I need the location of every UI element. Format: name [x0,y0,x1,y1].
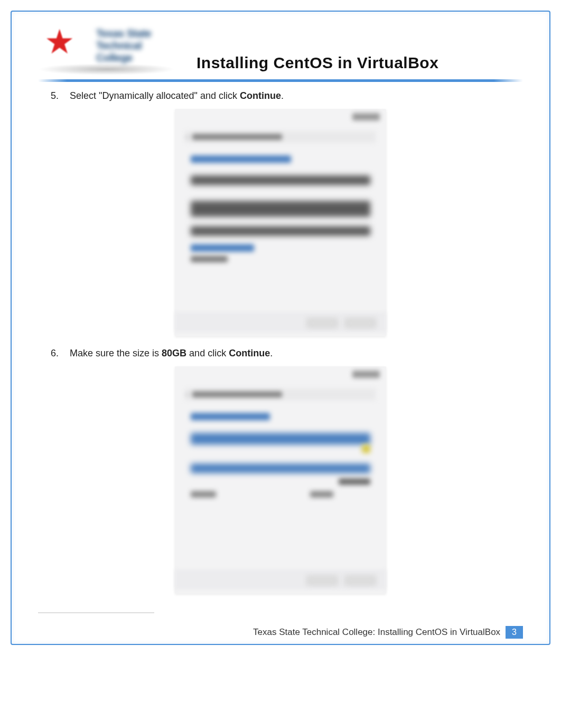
screenshot-disk-size: ‹ [175,366,386,594]
step-number: 5. [51,90,60,102]
page-title: Installing CentOS in VirtualBox [197,54,438,72]
page-number-badge: 3 [506,626,523,639]
step-text: Make sure the size is 80GB and click Con… [70,348,273,359]
tstc-logo: ★ Texas State Technical College [38,22,181,75]
star-icon: ★ [44,22,74,61]
screenshot-storage-type: ‹ [175,109,386,336]
logo-text: Texas State Technical College [96,27,181,64]
footer-text: Texas State Technical College: Installin… [253,627,500,638]
footer-divider [38,612,154,613]
page-frame: ★ Texas State Technical College Installi… [11,11,550,645]
step-number: 6. [51,348,60,359]
step-6: 6. Make sure the size is 80GB and click … [38,348,523,359]
step-5: 5. Select "Dynamically allocated" and cl… [38,90,523,102]
logo-shadow [38,63,175,75]
header: ★ Texas State Technical College Installi… [38,22,523,75]
page-footer: Texas State Technical College: Installin… [253,626,523,639]
step-text: Select "Dynamically allocated" and click… [70,90,284,102]
divider [38,79,523,82]
